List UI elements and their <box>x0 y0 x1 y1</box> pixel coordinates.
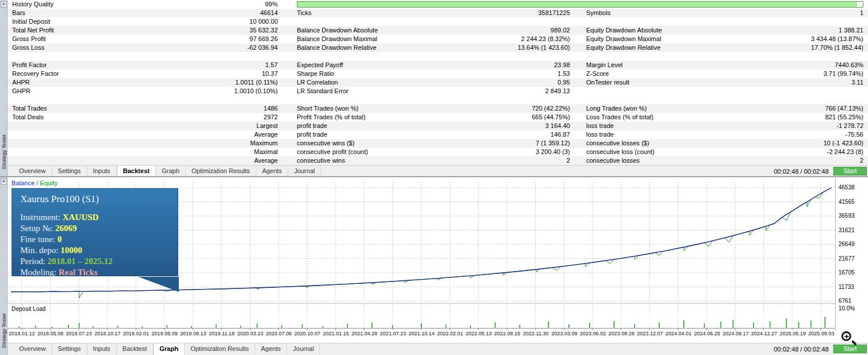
stat-value: 17.70% (1 852.44) <box>777 43 868 52</box>
x-axis-label: 2019.05.09 <box>150 331 179 338</box>
stat-value <box>777 96 868 104</box>
stat-label: Gross Loss <box>8 43 174 52</box>
tab-backtest[interactable]: Backtest <box>117 166 156 176</box>
stat-label <box>8 96 174 104</box>
stats-row: Averageprofit trade146.87loss trade-75.5… <box>8 130 868 139</box>
tab-optimization-results[interactable]: Optimization Results <box>186 166 256 176</box>
stat-label: Sharpe Ratio <box>297 69 488 78</box>
stat-label <box>297 17 488 26</box>
stat-value: Maximum <box>174 139 278 148</box>
panel-title: Strategy Tester <box>1 134 7 169</box>
tab-agents[interactable]: Agents <box>256 166 288 176</box>
y-axis-label: 11733 <box>838 284 854 290</box>
info-line-label: Period: <box>20 257 47 266</box>
stats-row: Total Deals2972Profit Trades (% of total… <box>8 113 868 122</box>
tab-inputs[interactable]: Inputs <box>87 166 117 176</box>
x-axis-label: 2018.05.08 <box>36 331 64 338</box>
stat-label: consecutive profit (count) <box>297 148 488 156</box>
stat-value: 10 (-1 423.60) <box>777 139 868 148</box>
stats-row: Profit Factor1.57Expected Payoff23.98Mar… <box>8 61 868 69</box>
stats-row: Largestprofit trade3 164.40loss trade-1 … <box>8 122 868 130</box>
tab-inputs[interactable]: Inputs <box>87 343 117 355</box>
tab-settings[interactable]: Settings <box>52 343 87 355</box>
stat-value: 46614 <box>174 9 278 17</box>
stats-row: Initial Deposit10 000.00 <box>8 17 868 26</box>
stat-label: consecutive loss (count) <box>586 148 777 156</box>
stat-value: 766 (47.13%) <box>777 104 868 113</box>
stat-label: consecutive losses <box>586 156 777 165</box>
stat-label: Loss Trades (% of total) <box>586 113 777 122</box>
elapsed-time: 00:02:48 / 00:02:48 <box>774 346 829 353</box>
y-axis-label: 36593 <box>838 213 855 219</box>
stat-value: 1.57 <box>174 61 278 69</box>
stat-value: 7440.63% <box>777 61 868 69</box>
info-line-value: 0 <box>57 235 62 244</box>
stat-label: Recovery Factor <box>8 69 174 78</box>
y-axis-label: 46538 <box>838 184 855 191</box>
stats-row: Total Trades1486Short Trades (won %)720 … <box>8 104 868 113</box>
stat-label: loss trade <box>586 130 777 139</box>
stat-label <box>8 122 174 130</box>
x-axis-label: 2020.10.07 <box>293 331 321 338</box>
tab-optimization-results[interactable]: Optimization Results <box>185 343 255 355</box>
tab-graph[interactable]: Graph <box>153 343 185 355</box>
stat-value <box>777 87 868 96</box>
stat-label: Bars <box>8 9 174 17</box>
stat-label: GHPR <box>8 87 174 96</box>
close-icon[interactable]: × <box>1 1 7 8</box>
stat-value: Largest <box>174 122 278 130</box>
strategy-title: Xaurus Pro100 (S1) <box>20 193 170 205</box>
tab-graph[interactable]: Graph <box>156 166 186 176</box>
stat-label: consecutive wins ($) <box>297 139 488 148</box>
stat-label: Gross Profit <box>8 35 174 43</box>
strategy-tester-window: × Strategy Tester History Quality99%Bars… <box>0 0 868 355</box>
stat-label: loss trade <box>586 122 777 130</box>
tab-overview[interactable]: Overview <box>13 166 52 176</box>
stat-label: Ticks <box>297 9 488 17</box>
stat-value: 2 244.23 (8.32%) <box>488 35 570 43</box>
graph-panel: × Strategy Tester Balance / Equity Depos… <box>0 177 868 355</box>
stat-value: 720 (42.22%) <box>488 104 570 113</box>
stat-value: 358171225 <box>488 9 570 17</box>
stat-value: 35 632.32 <box>174 26 278 35</box>
tab-agents[interactable]: Agents <box>255 343 287 355</box>
x-axis-label: 2024.04.01 <box>664 331 693 338</box>
backtest-report-panel: × Strategy Tester History Quality99%Bars… <box>0 0 868 176</box>
stat-value: 3 200.40 (3) <box>488 148 570 156</box>
start-button[interactable]: Start <box>833 167 867 175</box>
stat-value: 2 <box>488 156 570 165</box>
info-line-value: XAUUSD <box>62 213 99 222</box>
stat-label: History Quality <box>8 0 174 9</box>
stat-value <box>488 17 570 26</box>
deposit-load-max: 10.0% <box>838 305 855 312</box>
tab-journal[interactable]: Journal <box>288 166 321 176</box>
y-axis-label: 26649 <box>838 241 855 247</box>
tab-settings[interactable]: Settings <box>52 166 87 176</box>
stat-value: 23.98 <box>488 61 570 69</box>
tab-backtest[interactable]: Backtest <box>117 343 153 355</box>
tab-journal[interactable]: Journal <box>287 343 320 355</box>
stat-value: 821 (55.25%) <box>777 113 868 122</box>
stat-value <box>488 96 570 104</box>
x-axis-label: 2023.06.02 <box>579 331 607 338</box>
stat-value: 3.11 <box>777 78 868 87</box>
x-axis-label: 2018.07.23 <box>65 331 93 338</box>
stat-value: Maximal <box>174 148 278 156</box>
stat-value: 7 (1 359.12) <box>488 139 570 148</box>
info-line-value: Real Ticks <box>58 268 97 277</box>
stat-value: 1486 <box>174 104 278 113</box>
zoom-handle <box>851 340 857 346</box>
stat-value: 0.95 <box>488 78 570 87</box>
stat-value <box>777 17 868 26</box>
x-axis-label: 2022.05.13 <box>465 331 493 338</box>
stat-label: AHPR <box>8 78 174 87</box>
stat-value: -75.56 <box>777 130 868 139</box>
close-icon[interactable]: × <box>1 178 7 185</box>
tab-overview[interactable]: Overview <box>13 343 52 355</box>
stats-row: Total Net Profit35 632.32Balance Drawdow… <box>8 26 868 35</box>
zoom-icon[interactable]: + <box>840 330 859 349</box>
x-axis-label: 2022.11.30 <box>521 331 550 338</box>
y-axis-label: 21677 <box>838 255 855 262</box>
top-tabbar: OverviewSettingsInputsBacktestGraphOptim… <box>8 165 868 176</box>
stat-label <box>8 148 174 156</box>
